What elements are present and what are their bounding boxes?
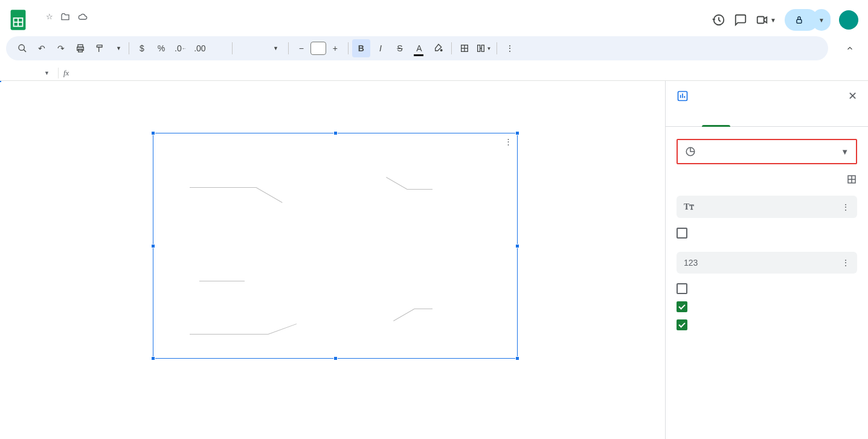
close-icon[interactable]: ✕ <box>848 89 857 103</box>
meet-icon[interactable]: ▼ <box>756 13 776 27</box>
data-range-grid-icon[interactable] <box>846 174 857 185</box>
cloud-icon[interactable] <box>77 12 88 22</box>
row1-headers-checkbox[interactable] <box>677 301 687 312</box>
menu-file[interactable] <box>34 23 43 28</box>
font-size-input[interactable] <box>310 42 326 55</box>
colA-labels-checkbox[interactable] <box>677 319 687 330</box>
font-select[interactable]: ▼ <box>236 45 285 51</box>
text-icon: Tᴛ <box>684 202 694 212</box>
menu-tools[interactable] <box>99 23 109 28</box>
value-pill[interactable]: 123 ⋮ <box>677 252 857 274</box>
avatar[interactable] <box>839 10 858 30</box>
collapse-toolbar[interactable] <box>838 36 862 60</box>
menu-help[interactable] <box>121 23 130 28</box>
svg-point-6 <box>19 45 24 50</box>
move-icon[interactable] <box>60 12 70 22</box>
menu-data[interactable] <box>88 23 98 28</box>
bold-button[interactable]: B <box>352 39 370 57</box>
borders-button[interactable] <box>455 39 474 57</box>
font-size-increase[interactable]: + <box>326 39 344 57</box>
chart-editor-icon <box>677 90 689 102</box>
search-icon[interactable] <box>13 39 31 57</box>
svg-rect-4 <box>757 17 764 24</box>
paint-format-icon[interactable] <box>91 39 109 57</box>
aggregate-checkbox[interactable] <box>677 228 687 239</box>
number-format[interactable] <box>210 39 228 57</box>
zoom-select[interactable]: ▼ <box>110 45 125 51</box>
chart-menu-icon[interactable]: ⋮ <box>504 137 512 146</box>
more-icon[interactable]: ⋮ <box>501 39 519 57</box>
menu-view[interactable] <box>56 23 65 28</box>
number-icon: 123 <box>684 258 698 268</box>
decrease-decimal-icon[interactable]: .0← <box>172 39 190 57</box>
chart-type-select[interactable]: ▼ <box>677 139 857 164</box>
switch-row[interactable] <box>677 280 857 298</box>
document-title[interactable] <box>34 16 41 18</box>
menubar <box>34 23 712 28</box>
star-icon[interactable]: ☆ <box>46 12 53 22</box>
colA-labels-row[interactable] <box>677 316 857 334</box>
share-dropdown[interactable]: ▼ <box>812 9 831 31</box>
menu-edit[interactable] <box>45 23 54 28</box>
selection-range <box>0 81 1 82</box>
label-menu-icon[interactable]: ⋮ <box>841 202 850 212</box>
merge-button[interactable]: ▼ <box>475 39 493 57</box>
chevron-down-icon: ▼ <box>841 147 849 156</box>
sheet-area[interactable]: ⋮ <box>0 81 665 439</box>
name-box[interactable]: ▼ <box>5 70 53 76</box>
increase-decimal-icon[interactable]: .00 <box>191 39 209 57</box>
switch-checkbox[interactable] <box>677 283 687 294</box>
menu-insert[interactable] <box>66 23 76 28</box>
redo-icon[interactable]: ↷ <box>52 39 70 57</box>
svg-rect-5 <box>797 19 802 23</box>
undo-icon[interactable]: ↶ <box>33 39 51 57</box>
pie-icon <box>685 146 696 157</box>
history-icon[interactable] <box>712 13 725 27</box>
aggregate-row[interactable] <box>677 224 857 242</box>
label-pill[interactable]: Tᴛ ⋮ <box>677 196 857 218</box>
font-size-decrease[interactable]: − <box>292 39 310 57</box>
comment-icon[interactable] <box>734 13 747 27</box>
header: ☆ ▼ ▼ <box>0 0 868 36</box>
text-color-button[interactable]: A <box>410 39 428 57</box>
print-icon[interactable] <box>71 39 89 57</box>
strike-button[interactable]: S <box>391 39 409 57</box>
toolbar: ↶ ↷ ▼ $ % .0← .00 ▼ − + B I S A ▼ ⋮ <box>6 36 828 60</box>
pie-chart <box>243 164 426 347</box>
sheets-logo[interactable] <box>6 8 30 32</box>
tab-setup[interactable] <box>666 112 767 126</box>
percent-icon[interactable]: % <box>152 39 170 57</box>
chart-object[interactable]: ⋮ <box>153 133 518 359</box>
value-menu-icon[interactable]: ⋮ <box>841 258 850 268</box>
chart-editor-sidebar: ✕ ▼ Tᴛ ⋮ <box>665 81 868 439</box>
tab-customize[interactable] <box>767 112 869 126</box>
fill-color-button[interactable] <box>429 39 448 57</box>
fx-icon: fx <box>63 68 69 78</box>
menu-format[interactable] <box>77 23 87 28</box>
row1-headers-row[interactable] <box>677 298 857 316</box>
formula-bar: ▼ fx <box>0 65 868 81</box>
italic-button[interactable]: I <box>371 39 390 57</box>
currency-icon[interactable]: $ <box>133 39 151 57</box>
menu-extensions[interactable] <box>110 23 120 28</box>
svg-point-10 <box>440 50 442 51</box>
